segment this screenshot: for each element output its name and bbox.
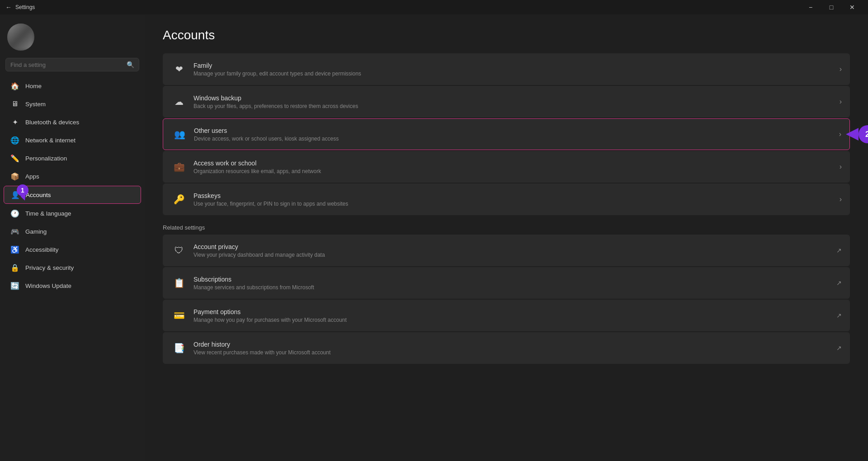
nav-icon-time: 🕐: [11, 209, 19, 217]
setting-name-other-users: Other users: [194, 127, 835, 134]
titlebar-left: ← Settings: [5, 4, 35, 11]
sidebar-nav: 🏠 Home 🖥 System ✦ Bluetooth & devices 🌐 …: [0, 77, 145, 295]
related-desc-subscriptions: Manage services and subscriptions from M…: [193, 284, 832, 291]
nav-label-gaming: Gaming: [25, 228, 47, 235]
nav-icon-accessibility: ♿: [11, 245, 19, 254]
related-text-account-privacy: Account privacy View your privacy dashbo…: [193, 243, 832, 258]
nav-label-home: Home: [25, 83, 42, 89]
sidebar-item-update[interactable]: 🔄 Windows Update: [4, 277, 141, 294]
sidebar-item-network[interactable]: 🌐 Network & internet: [4, 132, 141, 149]
avatar: [7, 24, 34, 51]
related-desc-payment-options: Manage how you pay for purchases with yo…: [193, 317, 832, 323]
setting-desc-family: Manage your family group, edit account t…: [193, 71, 835, 77]
window-controls: − □ ✕: [800, 0, 863, 14]
chevron-right-icon-passkeys: ›: [840, 195, 842, 203]
sidebar-item-gaming[interactable]: 🎮 Gaming: [4, 223, 141, 240]
back-icon[interactable]: ←: [5, 4, 12, 11]
related-name-order-history: Order history: [193, 341, 832, 348]
related-icon-order-history: 📑: [171, 340, 187, 356]
setting-name-family: Family: [193, 62, 835, 69]
sidebar-item-bluetooth[interactable]: ✦ Bluetooth & devices: [4, 113, 141, 131]
setting-item-family[interactable]: ❤ Family Manage your family group, edit …: [163, 53, 850, 85]
nav-label-network: Network & internet: [25, 137, 75, 144]
setting-text-passkeys: Passkeys Use your face, fingerprint, or …: [193, 192, 835, 207]
related-icon-account-privacy: 🛡: [171, 242, 187, 259]
related-desc-account-privacy: View your privacy dashboard and manage a…: [193, 252, 832, 258]
related-item-subscriptions[interactable]: 📋 Subscriptions Manage services and subs…: [163, 267, 850, 299]
nav-label-bluetooth: Bluetooth & devices: [25, 119, 79, 126]
nav-icon-network: 🌐: [11, 136, 19, 144]
related-text-order-history: Order history View recent purchases made…: [193, 341, 832, 356]
sidebar-item-accounts[interactable]: 👤 Accounts 1: [4, 186, 141, 204]
settings-list: ❤ Family Manage your family group, edit …: [163, 53, 850, 215]
search-input[interactable]: [10, 61, 123, 68]
sidebar-profile: [0, 20, 145, 58]
chevron-right-icon-family: ›: [840, 65, 842, 73]
chevron-right-icon-access-work: ›: [840, 163, 842, 171]
setting-item-access-work[interactable]: 💼 Access work or school Organization res…: [163, 151, 850, 183]
content-area: Accounts ❤ Family Manage your family gro…: [145, 14, 868, 461]
setting-icon-passkeys: 🔑: [171, 191, 187, 207]
app-body: 🔍 🏠 Home 🖥 System ✦ Bluetooth & devices …: [0, 14, 868, 461]
setting-icon-access-work: 💼: [171, 159, 187, 175]
sidebar-item-time[interactable]: 🕐 Time & language: [4, 205, 141, 222]
related-item-order-history[interactable]: 📑 Order history View recent purchases ma…: [163, 332, 850, 364]
related-name-subscriptions: Subscriptions: [193, 276, 832, 283]
nav-icon-privacy: 🔒: [11, 263, 19, 272]
setting-text-windows-backup: Windows backup Back up your files, apps,…: [193, 94, 835, 109]
setting-desc-access-work: Organization resources like email, apps,…: [193, 168, 835, 174]
close-button[interactable]: ✕: [842, 0, 863, 14]
avatar-image: [7, 24, 34, 51]
related-icon-subscriptions: 📋: [171, 275, 187, 291]
badge-2-arrow: [846, 128, 859, 141]
setting-item-other-users[interactable]: 👥 Other users Device access, work or sch…: [163, 118, 850, 150]
related-icon-payment-options: 💳: [171, 307, 187, 324]
nav-label-privacy: Privacy & security: [25, 264, 74, 271]
sidebar-item-home[interactable]: 🏠 Home: [4, 77, 141, 94]
related-text-subscriptions: Subscriptions Manage services and subscr…: [193, 276, 832, 291]
sidebar-item-accessibility[interactable]: ♿ Accessibility: [4, 241, 141, 258]
related-item-payment-options[interactable]: 💳 Payment options Manage how you pay for…: [163, 300, 850, 331]
setting-icon-other-users: 👥: [171, 126, 188, 142]
nav-icon-update: 🔄: [11, 282, 19, 290]
setting-name-access-work: Access work or school: [193, 160, 835, 167]
sidebar-item-personalization[interactable]: ✏️ Personalization: [4, 150, 141, 167]
nav-icon-home: 🏠: [11, 82, 19, 90]
related-section-label: Related settings: [163, 224, 850, 231]
search-box[interactable]: 🔍: [5, 58, 139, 71]
external-link-icon-subscriptions: ↗: [836, 279, 842, 287]
setting-text-access-work: Access work or school Organization resou…: [193, 160, 835, 174]
nav-icon-gaming: 🎮: [11, 227, 19, 235]
minimize-button[interactable]: −: [800, 0, 821, 14]
badge-1: 1: [17, 184, 28, 196]
nav-label-accessibility: Accessibility: [25, 246, 59, 253]
external-link-icon-account-privacy: ↗: [836, 247, 842, 254]
nav-icon-apps: 📦: [11, 172, 19, 180]
nav-icon-personalization: ✏️: [11, 154, 19, 162]
nav-icon-system: 🖥: [11, 100, 19, 108]
titlebar: ← Settings − □ ✕: [0, 0, 868, 14]
chevron-right-icon-windows-backup: ›: [840, 98, 842, 106]
setting-item-windows-backup[interactable]: ☁ Windows backup Back up your files, app…: [163, 86, 850, 118]
sidebar-item-privacy[interactable]: 🔒 Privacy & security: [4, 259, 141, 276]
related-name-payment-options: Payment options: [193, 308, 832, 315]
setting-name-windows-backup: Windows backup: [193, 94, 835, 102]
nav-label-accounts: Accounts: [26, 192, 51, 198]
setting-name-passkeys: Passkeys: [193, 192, 835, 199]
setting-text-other-users: Other users Device access, work or schoo…: [194, 127, 835, 142]
setting-desc-passkeys: Use your face, fingerprint, or PIN to si…: [193, 201, 835, 207]
nav-label-personalization: Personalization: [25, 155, 67, 162]
maximize-button[interactable]: □: [821, 0, 842, 14]
external-link-icon-order-history: ↗: [836, 344, 842, 352]
badge-2-wrap: 2: [859, 125, 868, 143]
related-item-account-privacy[interactable]: 🛡 Account privacy View your privacy dash…: [163, 235, 850, 266]
chevron-right-icon-other-users: ›: [839, 130, 841, 138]
related-name-account-privacy: Account privacy: [193, 243, 832, 250]
search-icon: 🔍: [127, 61, 134, 68]
related-desc-order-history: View recent purchases made with your Mic…: [193, 349, 832, 356]
setting-desc-windows-backup: Back up your files, apps, preferences to…: [193, 103, 835, 109]
setting-item-passkeys[interactable]: 🔑 Passkeys Use your face, fingerprint, o…: [163, 183, 850, 215]
sidebar-item-apps[interactable]: 📦 Apps: [4, 168, 141, 185]
sidebar-item-system[interactable]: 🖥 System: [4, 95, 141, 113]
nav-label-time: Time & language: [25, 210, 71, 217]
